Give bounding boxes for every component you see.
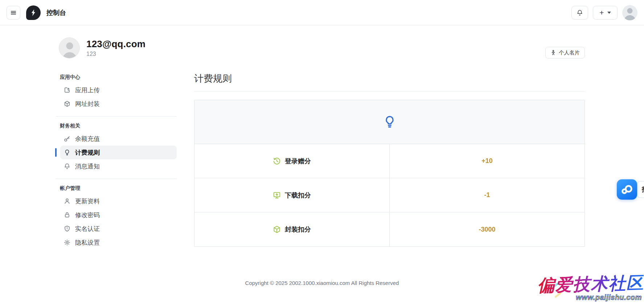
sidebar-item-notifications[interactable]: 消息通知 [60,159,177,173]
clock-history-icon [273,157,281,165]
table-row: 封装扣分 -3000 [194,212,584,246]
rule-value: -3000 [390,212,584,246]
sidebar-item-privacy-settings[interactable]: 隐私设置 [60,236,177,249]
rule-label: 封装扣分 [285,225,311,234]
sidebar-item-label: 网址封装 [75,100,100,108]
profile-email: 123@qq.com [86,38,145,50]
profile-header: 123@qq.com 123 个人名片 [59,37,585,58]
main-panel: 计费规则 登录赠分 +10 [194,74,585,249]
table-header-band [194,100,584,144]
community-watermark: 偏爱技术社区 www.paijishu.com [529,276,644,302]
page-title: 计费规则 [194,72,585,85]
sidebar-divider [56,179,177,179]
menu-toggle-button[interactable] [7,6,20,20]
lock-icon [64,212,70,218]
app-logo [26,5,41,20]
copyright-footer: Copyright © 2025 2002.1000.xiaomiou.com … [0,280,644,286]
notifications-button[interactable] [571,6,588,20]
hamburger-icon [10,9,17,16]
download-screen-icon [273,191,281,199]
billing-rules-table: 登录赠分 +10 下载扣分 -1 封装扣分 [194,100,585,247]
person-standing-icon [550,50,556,56]
sidebar-item-label: 更新资料 [75,197,100,205]
person-icon [64,198,70,204]
rule-value: +10 [390,144,584,178]
rule-label: 下载扣分 [285,191,311,200]
add-button[interactable]: + [593,6,618,20]
sidebar-item-label: 应用上传 [75,86,100,94]
topbar-avatar[interactable] [622,5,637,20]
sidebar-item-balance-recharge[interactable]: 余额充值 [60,132,177,146]
bell-icon [577,9,583,16]
section-title-app-center: 应用中心 [60,74,177,81]
cube-icon [273,225,281,233]
table-row: 下载扣分 -1 [194,178,584,212]
table-row: 登录赠分 +10 [194,144,584,178]
profile-username: 123 [86,51,145,57]
key-icon [64,135,70,142]
sidebar-item-label: 修改密码 [75,211,100,219]
sidebar-item-app-upload[interactable]: 应用上传 [60,83,177,97]
title-divider [194,91,585,91]
lightbulb-icon [64,149,70,156]
personal-card-button[interactable]: 个人名片 [545,47,585,58]
lightbulb-icon [384,115,395,129]
sidebar-item-update-profile[interactable]: 更新资料 [60,194,177,208]
netdisk-panel-partial[interactable]: 拖拽 [637,181,644,198]
rule-value: -1 [390,178,584,212]
sidebar-item-real-name-verification[interactable]: 实名认证 [60,222,177,236]
plus-icon: + [599,8,604,17]
sidebar: 应用中心 应用上传 网址封装 财务相关 余额充值 [56,74,177,249]
netdisk-floating-widget[interactable]: 拖拽 [617,179,644,200]
lightning-bolt-icon [29,9,37,17]
console-title: 控制台 [46,8,66,17]
bell-icon [64,163,70,170]
streak-decoration [543,287,551,294]
personal-card-label: 个人名片 [559,49,580,56]
upload-icon [64,87,70,93]
sidebar-item-label: 隐私设置 [75,238,100,247]
streak-decoration [554,292,562,298]
topbar: 控制台 + [0,0,644,25]
sidebar-item-label: 计费规则 [75,148,100,157]
gear-icon [64,239,70,246]
sidebar-item-url-packaging[interactable]: 网址封装 [60,97,177,111]
sidebar-item-label: 实名认证 [75,225,100,233]
sidebar-item-change-password[interactable]: 修改密码 [60,208,177,222]
watermark-url: www.paijishu.com [576,293,642,302]
profile-avatar [59,37,80,58]
section-title-finance: 财务相关 [60,123,177,129]
sidebar-divider [56,116,177,117]
sidebar-item-label: 余额充值 [75,135,100,143]
sidebar-item-label: 消息通知 [75,162,100,171]
netdisk-cloud-icon[interactable] [617,179,637,200]
chevron-down-icon [607,12,611,14]
cube-icon [64,101,70,107]
shield-exclamation-icon [64,225,70,232]
rule-label: 登录赠分 [285,157,311,166]
section-title-account: 帐户管理 [60,185,177,192]
sidebar-item-billing-rules[interactable]: 计费规则 [60,146,177,159]
